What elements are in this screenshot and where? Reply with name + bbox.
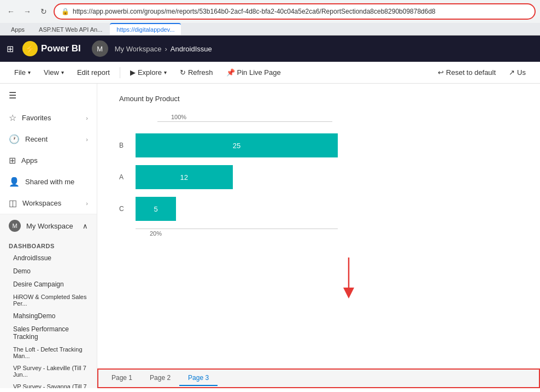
bar-chart: 100% B 25 A	[119, 112, 338, 237]
view-button[interactable]: View ▾	[38, 66, 69, 79]
my-workspace-section: M My Workspace ∧ DASHBOARDS AndroidIssue…	[0, 214, 97, 388]
favorites-icon: ☆	[9, 113, 16, 123]
powerbi-logo: ⚡ Power BI	[22, 41, 81, 56]
toolbar-right: ↩ Reset to default ↗ Us	[432, 66, 531, 79]
favorites-chevron-icon: ›	[86, 115, 88, 121]
bar-track-b: 25	[136, 133, 338, 157]
refresh-icon: ↻	[180, 68, 186, 77]
dashboard-vp-lakeville[interactable]: VP Survey - Lakeville (Till 7 Jun...	[0, 362, 97, 381]
dashboard-desirecampaign[interactable]: Desire Campaign	[0, 278, 97, 291]
dashboard-demo[interactable]: Demo	[0, 265, 97, 278]
chart-bottom-area: 20%	[136, 229, 338, 237]
chart-gridline-bottom	[136, 229, 338, 229]
url-text: https://app.powerbi.com/groups/me/report…	[73, 8, 528, 15]
explore-chevron-icon: ▾	[164, 69, 167, 75]
report-area: Amount by Product 100% B 25	[97, 84, 540, 368]
pin-live-page-button[interactable]: 📌 Pin Live Page	[221, 66, 286, 79]
dashboard-vp-savanna[interactable]: VP Survey - Savanna (Till 7 Jun...	[0, 381, 97, 388]
apps-icon: ⊞	[9, 155, 16, 166]
dashboard-androidissue[interactable]: AndroidIssue	[0, 251, 97, 265]
workspaces-chevron-icon: ›	[86, 200, 88, 207]
topnav-user[interactable]: M	[92, 40, 108, 57]
sidebar-item-recent[interactable]: 🕐 Recent ›	[0, 128, 97, 150]
reload-button[interactable]: ↻	[37, 5, 50, 18]
breadcrumb-workspace[interactable]: My Workspace	[115, 45, 162, 53]
dashboard-sales-tracking[interactable]: Sales Performance Tracking	[0, 323, 97, 343]
workspaces-icon: ◫	[9, 198, 17, 208]
bar-label-c: C	[119, 205, 130, 213]
dashboard-mahsing[interactable]: MahsingDemo	[0, 309, 97, 323]
back-button[interactable]: ←	[4, 5, 17, 18]
breadcrumb-current: AndroidIssue	[171, 45, 212, 53]
powerbi-app: ⊞ ⚡ Power BI M My Workspace › AndroidIss…	[0, 36, 540, 388]
file-chevron-icon: ▾	[28, 69, 31, 75]
edit-report-button[interactable]: Edit report	[72, 66, 115, 79]
reset-icon: ↩	[438, 68, 444, 77]
chart-gridline-top	[157, 121, 332, 122]
topnav: ⊞ ⚡ Power BI M My Workspace › AndroidIss…	[0, 36, 540, 62]
chart-title: Amount by Product	[119, 95, 518, 103]
recent-chevron-icon: ›	[86, 136, 88, 143]
bar-track-c: 5	[136, 197, 338, 221]
dashboards-section: DASHBOARDS AndroidIssue Demo Desire Camp…	[0, 237, 97, 388]
lock-icon: 🔒	[61, 8, 69, 15]
sidebar-item-apps[interactable]: ⊞ Apps	[0, 150, 97, 171]
bar-label-b: B	[119, 142, 130, 149]
chart-label-100: 100%	[171, 114, 186, 120]
bar-label-a: A	[119, 173, 130, 181]
view-chevron-icon: ▾	[61, 69, 64, 75]
main-layout: ☰ ☆ Favorites › 🕐 Recent › ⊞ Apps 👤	[0, 84, 540, 388]
bar-row-b: B 25	[119, 133, 338, 157]
pin-icon: 📌	[226, 68, 235, 77]
user-avatar: M	[92, 40, 108, 57]
bar-track-a: 12	[136, 165, 338, 189]
dashboard-hirow[interactable]: HiROW & Completed Sales Per...	[0, 291, 97, 309]
my-workspace-header[interactable]: M My Workspace ∧	[0, 214, 97, 237]
us-button[interactable]: ↗ Us	[503, 66, 531, 79]
chart-label-20: 20%	[136, 230, 176, 237]
sidebar-item-favorites[interactable]: ☆ Favorites ›	[0, 107, 97, 128]
bar-b: 25	[136, 133, 338, 157]
reset-button[interactable]: ↩ Reset to default	[432, 66, 501, 79]
my-workspace-label: My Workspace	[26, 222, 77, 230]
file-button[interactable]: File ▾	[9, 66, 36, 79]
powerbi-brand: Power BI	[41, 43, 81, 54]
browser-tabs: Apps ASP.NET Web API An... https://digit…	[0, 23, 540, 35]
waffle-icon[interactable]: ⊞	[7, 44, 14, 54]
toolbar: File ▾ View ▾ Edit report ▶ Explore ▾ ↻ …	[0, 62, 540, 84]
address-bar[interactable]: 🔒 https://app.powerbi.com/groups/me/repo…	[54, 3, 536, 20]
bar-row-c: C 5	[119, 197, 338, 221]
page-tab-3[interactable]: Page 3	[179, 371, 218, 386]
recent-icon: 🕐	[9, 134, 20, 144]
page-tab-2[interactable]: Page 2	[141, 371, 179, 386]
shared-icon: 👤	[9, 177, 20, 187]
share-icon: ↗	[509, 68, 515, 77]
workspace-collapse-icon: ∧	[83, 222, 88, 230]
refresh-button[interactable]: ↻ Refresh	[174, 66, 219, 79]
explore-icon: ▶	[130, 68, 136, 77]
dashboard-loft[interactable]: The Loft - Defect Tracking Man...	[0, 343, 97, 362]
page-tab-1[interactable]: Page 1	[103, 371, 141, 386]
browser-chrome: ← → ↻ 🔒 https://app.powerbi.com/groups/m…	[0, 0, 540, 36]
content-area: Amount by Product 100% B 25	[97, 84, 540, 388]
bar-a: 12	[136, 165, 233, 189]
page-tabs: Page 1 Page 2 Page 3	[97, 368, 540, 388]
browser-tab-digital[interactable]: https://digitalappdev...	[110, 23, 181, 35]
annotation-arrow	[332, 258, 365, 303]
chart-bars: B 25 A 12	[119, 133, 338, 221]
explore-button[interactable]: ▶ Explore ▾	[125, 66, 172, 79]
breadcrumb-separator: ›	[165, 45, 167, 53]
powerbi-logo-circle: ⚡	[22, 41, 38, 56]
workspace-avatar: M	[9, 220, 21, 232]
sidebar-item-workspaces[interactable]: ◫ Workspaces ›	[0, 192, 97, 214]
arrow-svg	[332, 258, 365, 301]
sidebar-item-shared[interactable]: 👤 Shared with me	[0, 171, 97, 192]
hamburger-button[interactable]: ☰	[0, 84, 97, 107]
browser-tab-aspnet[interactable]: ASP.NET Web API An...	[32, 23, 109, 35]
sidebar-nav-section: ☆ Favorites › 🕐 Recent › ⊞ Apps 👤 Shared…	[0, 107, 97, 214]
toolbar-divider	[120, 67, 120, 78]
browser-tab-apps[interactable]: Apps	[4, 23, 31, 35]
forward-button[interactable]: →	[21, 5, 34, 18]
dashboards-label: DASHBOARDS	[0, 239, 97, 251]
breadcrumb: My Workspace › AndroidIssue	[115, 45, 212, 53]
